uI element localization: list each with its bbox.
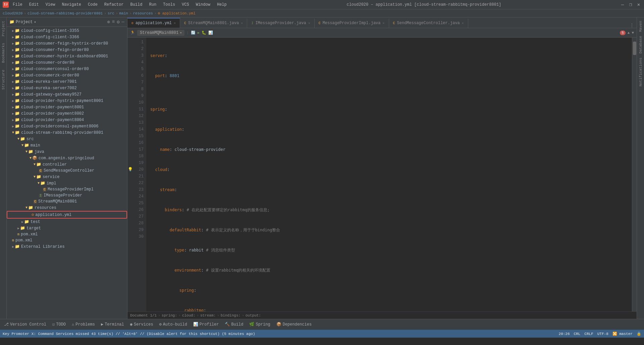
build-tab[interactable]: 🔨 Build [222, 321, 246, 328]
tree-item-src[interactable]: ▼ 📁 src [7, 136, 127, 142]
editor-content[interactable]: · 1 · 2 · 3 · 4 [127, 38, 637, 311]
tree-item-application-yml[interactable]: ⚙ application.yml [7, 211, 127, 219]
scroll-down[interactable]: ▼ [632, 31, 634, 35]
structure-tab[interactable]: Structure [0, 68, 6, 92]
menu-build[interactable]: Build [129, 2, 144, 8]
git-branch[interactable]: 🔀 master [612, 332, 633, 336]
tree-item-main[interactable]: ▼ 📁 main [7, 142, 127, 149]
bookmarks-tab[interactable]: Bookmarks [0, 41, 6, 65]
problems-tab[interactable]: ⚠ Problems [69, 321, 98, 328]
run-button[interactable]: ▶ [198, 31, 200, 35]
scrollbar-thumb[interactable] [633, 42, 636, 55]
line-column-indicator[interactable]: 20:26 [559, 332, 570, 336]
menu-code[interactable]: Code [87, 2, 99, 8]
tab-close-button[interactable]: ✕ [241, 21, 243, 25]
tab-close-button[interactable]: ✕ [308, 21, 310, 25]
menu-view[interactable]: View [44, 2, 57, 8]
project-actions[interactable]: ⊕ ≡ ⚙ — [107, 19, 124, 25]
menu-file[interactable]: File [11, 2, 24, 8]
profiler-tab[interactable]: 📊 Profiler [191, 321, 222, 328]
close-button[interactable]: ✕ [636, 2, 641, 7]
breadcrumb-cloud[interactable]: cloud: [182, 313, 196, 318]
tab-imessageprovider[interactable]: I IMessageProvider.java ✕ [247, 18, 314, 28]
line-separator-indicator[interactable]: CRLF [584, 332, 593, 336]
menu-navigate[interactable]: Navigate [60, 2, 83, 8]
services-tab[interactable]: ◉ Services [127, 321, 156, 328]
tree-item-pom-outer[interactable]: m pom.xml [7, 237, 127, 243]
tree-item-external-libraries[interactable]: ▶ 📁 External Libraries [7, 243, 127, 250]
breadcrumb-bindings[interactable]: bindings: [221, 313, 240, 318]
tree-item-cloud-config-client-3355[interactable]: ▶ 📁 cloud-config-client-3355 [7, 27, 127, 34]
tree-item-service-folder[interactable]: ▼ 📁 service [7, 174, 127, 180]
tree-item-consumerzk[interactable]: ▶ 📁 cloud-consumerzk-order80 [7, 72, 127, 78]
close-panel-icon[interactable]: — [122, 19, 124, 25]
tab-application-yml[interactable]: ⚙ application.yml ✕ [127, 18, 180, 28]
tab-close-button[interactable]: ✕ [462, 21, 464, 25]
menu-refactor[interactable]: Refactor [103, 2, 125, 8]
maven-panel-tab[interactable]: Maven [638, 19, 644, 34]
tree-item-feign-order[interactable]: ▶ 📁 cloud-consumer-feign-order80 [7, 47, 127, 53]
tree-item-imessageprovider[interactable]: I IMessageProvider [7, 192, 127, 198]
project-tab[interactable]: Project [0, 19, 6, 38]
dependencies-tab[interactable]: 📦 Dependencies [274, 321, 314, 328]
tree-item-payment8002[interactable]: ▶ 📁 cloud-provider-payment8002 [7, 110, 127, 117]
tree-item-resources[interactable]: ▼ 📁 resources [7, 205, 127, 211]
tree-item-providerconsul[interactable]: ▶ 📁 cloud-providerconsul-payment8006 [7, 123, 127, 129]
tab-messageproviderimpl[interactable]: C MessageProviderImpl.java ✕ [315, 18, 389, 28]
tree-item-sendmessage[interactable]: C SendMessageController [7, 168, 127, 174]
maximize-button[interactable]: ❐ [628, 2, 633, 7]
menu-vcs[interactable]: VCS [180, 2, 191, 8]
tree-item-consumer-order[interactable]: ▶ 📁 cloud-consumer-order80 [7, 59, 127, 66]
tree-item-messageproviderimpl[interactable]: C MessageProviderImpl [7, 186, 127, 192]
tree-item-eureka7002[interactable]: ▶ 📁 cloud-eureka-server7002 [7, 85, 127, 91]
tree-item-hystrix-payment[interactable]: ▶ 📁 cloud-provider-hystrix-payment8001 [7, 98, 127, 104]
language-indicator[interactable]: UTF-8 [597, 332, 608, 336]
tree-item-feign-hystrix[interactable]: ▶ 📁 cloud-consumer-feign-hystrix-order80 [7, 40, 127, 47]
menu-window[interactable]: Window [195, 2, 212, 8]
tree-item-test[interactable]: ▶ 📁 test [7, 219, 127, 225]
tree-item-eureka7001[interactable]: ▶ 📁 cloud-eureka-server7001 [7, 78, 127, 85]
settings-icon[interactable]: ⚙ [117, 19, 119, 25]
tab-close-button[interactable]: ✕ [174, 21, 176, 25]
tree-item-stream-provider[interactable]: ▼ 📁 cloud-stream-rabbitmq-provider8801 [7, 129, 127, 136]
menu-tools[interactable]: Tools [162, 2, 176, 8]
breadcrumb-stream[interactable]: stream: [200, 313, 216, 318]
tree-item-consumerconsul[interactable]: ▶ 📁 cloud-consumerconsul-order80 [7, 66, 127, 72]
coverage-button[interactable]: 📊 [208, 31, 213, 35]
tree-item-cloud-config-client-3366[interactable]: ▶ 📁 cloud-config-client-3366 [7, 34, 127, 40]
encoding-indicator[interactable]: CRL [574, 332, 581, 336]
scrollbar[interactable] [632, 38, 637, 311]
auto-build-tab[interactable]: ⚙ Auto-build [157, 321, 190, 328]
scroll-up[interactable]: ▲ [628, 31, 630, 35]
locate-file-icon[interactable]: ⊕ [107, 19, 110, 25]
tree-item-payment8001[interactable]: ▶ 📁 cloud-provider-payment8001 [7, 104, 127, 110]
breadcrumb-part[interactable]: ⚙ application.yml [158, 11, 196, 15]
breadcrumb-spring[interactable]: spring: [162, 313, 177, 318]
breadcrumb-part[interactable]: cloud-stream-rabbitmq-provider8801 [28, 11, 103, 15]
notifications-panel-tab[interactable]: Notifications [638, 56, 644, 89]
tree-item-impl-folder[interactable]: ▼ 📁 impl [7, 180, 127, 186]
error-count[interactable]: 5 [620, 31, 626, 35]
tree-item-streammqmain[interactable]: C StreamMQMain8801 [7, 198, 127, 205]
menu-help[interactable]: Help [216, 2, 228, 8]
breadcrumb-part[interactable]: main [119, 11, 128, 15]
tree-item-java[interactable]: ▼ 📁 java [7, 149, 127, 155]
tree-item-package[interactable]: ▼ 📦 com.angenin.springcloud [7, 155, 127, 161]
code-editor[interactable]: server: port: 8801 spring: application: … [146, 38, 632, 311]
window-controls[interactable]: — ❐ ✕ [620, 2, 641, 7]
minimize-button[interactable]: — [620, 2, 625, 7]
todo-tab[interactable]: ☑ TODO [50, 321, 68, 328]
tree-item-hystrix-dashboard[interactable]: ▶ 📁 cloud-consumer-hystrix-dashboard9001 [7, 53, 127, 59]
collapse-all-icon[interactable]: ≡ [112, 19, 115, 25]
breadcrumb-output[interactable]: output: [246, 313, 261, 318]
menu-run[interactable]: Run [148, 2, 158, 8]
version-control-tab[interactable]: ⎇ Version Control [1, 321, 49, 328]
tab-streammqmain[interactable]: C StreamMQMain8801.java ✕ [180, 18, 247, 28]
tab-sendmessage[interactable]: C SendMessageController.java ✕ [389, 18, 468, 28]
tab-close-button[interactable]: ✕ [383, 21, 385, 25]
terminal-tab[interactable]: ▶ Terminal [98, 321, 127, 328]
tree-item-target[interactable]: ▶ 📁 target [7, 225, 127, 231]
tree-item-payment8004[interactable]: ▶ 📁 cloud-provider-payment8004 [7, 117, 127, 123]
debug-button[interactable]: 🐛 [202, 31, 206, 35]
breadcrumb-part[interactable]: cloud2020 [3, 11, 22, 15]
